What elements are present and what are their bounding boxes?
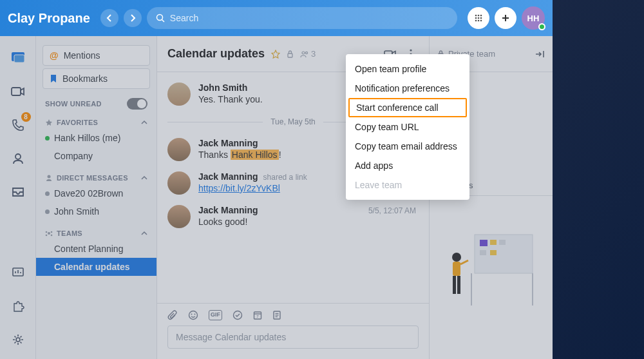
teams-section[interactable]: TEAMS	[45, 229, 147, 237]
note-button[interactable]	[272, 310, 281, 320]
nav-forward-button[interactable]	[124, 9, 142, 27]
nav-back-button[interactable]	[100, 9, 118, 27]
puzzle-icon	[12, 300, 24, 313]
message-link[interactable]: https://bit.ly/2zYvKBl	[198, 183, 280, 193]
bookmarks-nav[interactable]: Bookmarks	[43, 68, 150, 89]
presence-dot	[45, 136, 50, 141]
svg-text:7: 7	[256, 315, 259, 318]
svg-point-32	[410, 49, 412, 51]
chevron-left-icon	[106, 14, 113, 22]
rail-analytics[interactable]	[9, 264, 27, 282]
svg-point-35	[189, 311, 198, 320]
new-button[interactable]	[495, 7, 516, 29]
composer: GIF 7 Message Calendar updates	[157, 303, 429, 359]
event-button[interactable]: 7	[253, 310, 262, 320]
sidebar: @ Mentions Bookmarks SHOW UNREAD FAVORIT…	[36, 36, 157, 359]
dropdown-item[interactable]: Copy team URL	[346, 117, 469, 137]
smile-icon	[188, 310, 198, 320]
lock-icon	[287, 50, 294, 58]
rail-messages[interactable]	[9, 49, 27, 67]
dropdown-item[interactable]: Open team profile	[346, 59, 469, 79]
mentions-label: Mentions	[64, 50, 100, 61]
user-avatar[interactable]: HH	[522, 6, 545, 30]
more-options-dropdown: Open team profile Notification preferenc…	[346, 54, 469, 200]
message-author[interactable]: Jack Manning	[198, 138, 258, 148]
message-avatar[interactable]	[167, 138, 191, 161]
bookmark-icon	[50, 74, 57, 83]
fav-item-me[interactable]: Hank Hillos (me)	[36, 129, 156, 147]
dm-item[interactable]: John Smith	[36, 202, 156, 220]
calendar-icon: 7	[253, 310, 262, 320]
message-author[interactable]: Jack Manning	[198, 171, 258, 182]
svg-point-26	[46, 235, 48, 237]
favorite-button[interactable]	[271, 50, 280, 59]
calls-badge: 8	[21, 112, 31, 122]
message-time: 5/5, 12:07 AM	[368, 206, 419, 215]
rail-calls[interactable]: 8	[9, 116, 27, 134]
show-unread-label: SHOW UNREAD	[45, 100, 102, 108]
check-circle-icon	[232, 310, 243, 320]
svg-point-22	[48, 175, 51, 179]
search-input[interactable]	[170, 13, 448, 23]
team-item[interactable]: Content Planning	[36, 240, 156, 258]
svg-rect-59	[457, 276, 460, 294]
expand-panel-button[interactable]	[535, 50, 545, 59]
emoji-button[interactable]	[188, 310, 198, 320]
message-avatar[interactable]	[167, 82, 191, 106]
avatar-initials: HH	[527, 14, 540, 23]
mentions-icon: @	[50, 50, 59, 61]
team-item-selected[interactable]: Calendar updates	[36, 258, 156, 276]
rail-apps[interactable]	[9, 297, 27, 315]
message-text: Looks good!	[198, 217, 419, 227]
task-button[interactable]	[232, 310, 243, 320]
dropdown-item-disabled[interactable]: Leave team	[346, 175, 469, 195]
message-avatar[interactable]	[167, 171, 191, 195]
mention-highlight[interactable]: Hank Hillos	[231, 150, 279, 160]
note-icon	[272, 310, 281, 320]
svg-line-60	[460, 260, 468, 264]
dms-section[interactable]: DIRECT MESSAGES	[45, 174, 147, 182]
svg-point-4	[480, 15, 482, 17]
presence-dot	[45, 209, 50, 214]
svg-rect-50	[490, 240, 497, 245]
chevron-up-icon	[141, 120, 147, 125]
dm-item[interactable]: Dave20 02Brown	[36, 184, 156, 202]
svg-rect-14	[14, 55, 24, 63]
dropdown-item[interactable]: Notification preferences	[346, 79, 469, 98]
message-author[interactable]: Jack Manning	[198, 205, 258, 215]
favorites-section[interactable]: FAVORITES	[45, 119, 147, 126]
dropdown-item[interactable]: Copy team email address	[346, 137, 469, 156]
svg-point-8	[475, 20, 477, 22]
message-avatar[interactable]	[167, 205, 191, 228]
left-rail: 8	[0, 36, 36, 359]
dialpad-button[interactable]	[468, 7, 489, 29]
paperclip-icon	[167, 310, 178, 320]
fav-item-company[interactable]: Company	[36, 147, 156, 165]
svg-point-0	[156, 15, 162, 21]
dropdown-item-highlighted[interactable]: Start conference call	[348, 98, 467, 117]
bookmarks-label: Bookmarks	[62, 73, 108, 84]
svg-point-24	[46, 231, 48, 233]
svg-point-29	[302, 52, 305, 54]
dropdown-item[interactable]: Add apps	[346, 156, 469, 175]
attach-button[interactable]	[167, 310, 178, 320]
member-count[interactable]: 3	[300, 49, 316, 59]
search-bar[interactable]	[147, 7, 457, 29]
mentions-nav[interactable]: @ Mentions	[43, 45, 150, 66]
svg-rect-52	[480, 250, 486, 255]
presence-dot	[45, 191, 50, 196]
body-area: 8 @ Men	[0, 36, 553, 359]
composer-input[interactable]: Message Calendar updates	[167, 325, 419, 349]
svg-point-56	[452, 253, 461, 262]
message-meta: shared a link	[263, 173, 307, 182]
rail-contacts[interactable]	[9, 150, 27, 168]
expand-icon	[535, 50, 545, 59]
rail-inbox[interactable]	[9, 183, 27, 201]
rail-settings[interactable]	[9, 331, 27, 349]
svg-rect-15	[12, 88, 21, 95]
rail-video[interactable]	[9, 82, 27, 101]
gif-button[interactable]: GIF	[209, 310, 222, 320]
show-unread-toggle[interactable]	[127, 98, 147, 110]
message-author[interactable]: John Smith	[198, 82, 247, 93]
chevron-up-icon	[141, 231, 147, 236]
